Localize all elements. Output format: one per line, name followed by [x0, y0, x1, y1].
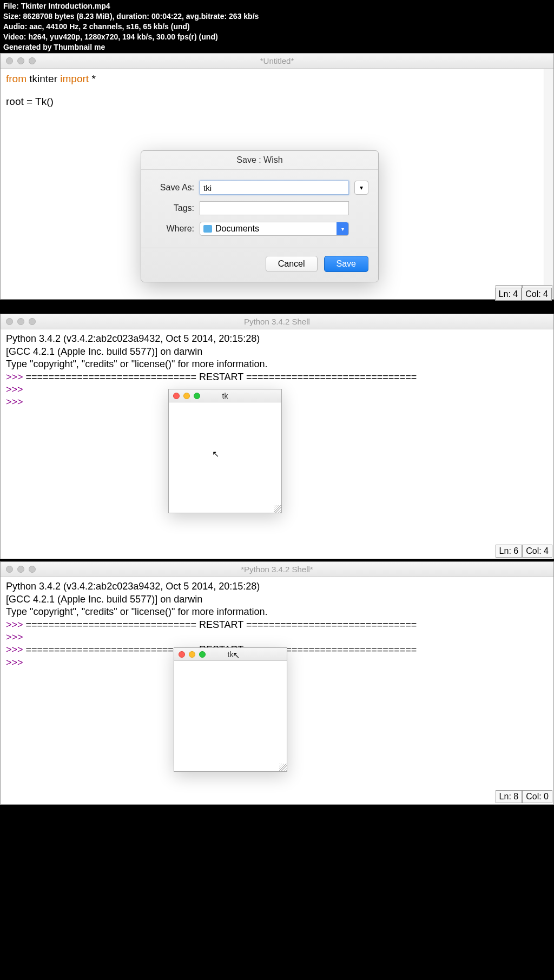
dropdown-arrow-icon: ▾: [337, 222, 348, 235]
tk-titlebar[interactable]: tk: [169, 389, 281, 402]
prompt: >>>: [6, 372, 26, 382]
audio-value: aac, 44100 Hz, 2 channels, s16, 65 kb/s …: [29, 22, 189, 31]
where-value: Documents: [215, 224, 259, 234]
outer-statusbar: Ln: 4 Col: 4: [495, 288, 552, 301]
code-text: *: [89, 73, 96, 84]
size-value: 8628708 bytes (8.23 MiB),: [23, 12, 115, 21]
shell-titlebar[interactable]: *Python 3.4.2 Shell*: [1, 562, 553, 577]
shell-title: *Python 3.4.2 Shell*: [1, 565, 553, 574]
shell-content[interactable]: Python 3.4.2 (v3.4.2:ab2c023a9432, Oct 5…: [1, 577, 553, 804]
prompt: >>>: [6, 384, 23, 395]
tk-title: tk: [174, 650, 287, 659]
outer-status-line: Ln: 4: [495, 288, 522, 301]
editor-titlebar[interactable]: *Untitled*: [1, 54, 553, 69]
duration-value: 00:04:22,: [151, 12, 184, 21]
shell-line: Type "copyright", "credits" or "license(…: [6, 358, 548, 370]
cursor-icon: ↖: [233, 650, 240, 661]
restart-line: ============================== RESTART =…: [26, 372, 417, 382]
save-button[interactable]: Save: [324, 256, 368, 272]
cursor-icon: ↖: [212, 449, 219, 460]
status-line: Ln: 8: [496, 790, 523, 803]
editor-title: *Untitled*: [1, 56, 553, 65]
prompt: >>>: [6, 644, 26, 655]
where-label: Where:: [151, 224, 194, 234]
tags-input[interactable]: [200, 201, 349, 215]
chevron-down-icon: ▾: [360, 184, 363, 191]
shell-line: [GCC 4.2.1 (Apple Inc. build 5577)] on d…: [6, 346, 548, 358]
prompt: >>>: [6, 619, 26, 630]
resize-handle[interactable]: [274, 505, 281, 513]
shell-content[interactable]: Python 3.4.2 (v3.4.2:ab2c023a9432, Oct 5…: [1, 329, 553, 557]
shell-window-1: Python 3.4.2 Shell Python 3.4.2 (v3.4.2:…: [0, 314, 554, 559]
file-value: Tkinter Introduction.mp4: [21, 2, 110, 10]
folder-icon: [203, 225, 212, 233]
status-col: Col: 4: [522, 545, 552, 558]
code-line: root = Tk(): [6, 96, 548, 108]
size-label: Size:: [3, 12, 21, 21]
code-text: tkinter: [27, 73, 60, 84]
video-metadata-header: File: Tkinter Introduction.mp4 Size: 862…: [0, 0, 554, 53]
outer-status-col: Col: 4: [522, 288, 552, 301]
tags-label: Tags:: [151, 203, 194, 213]
expand-button[interactable]: ▾: [354, 181, 368, 195]
avgbitrate-value: 263 kb/s: [229, 12, 259, 21]
prompt: >>>: [6, 632, 23, 643]
generated-label: Generated by Thumbnail me: [3, 43, 105, 51]
keyword-from: from: [6, 73, 27, 84]
shell-statusbar: Ln: 6 Col: 4: [496, 545, 552, 558]
audio-label: Audio:: [3, 22, 27, 31]
saveas-input[interactable]: [200, 181, 349, 195]
status-line: Ln: 6: [496, 545, 523, 558]
shell-line: Type "copyright", "credits" or "license(…: [6, 606, 548, 618]
avgbitrate-label: avg.bitrate:: [186, 12, 227, 21]
resize-handle[interactable]: [279, 764, 287, 771]
keyword-import: import: [60, 73, 89, 84]
status-col: Col: 0: [522, 790, 552, 803]
shell-window-2: *Python 3.4.2 Shell* Python 3.4.2 (v3.4.…: [0, 561, 554, 805]
saveas-label: Save As:: [151, 183, 194, 193]
tk-titlebar[interactable]: tk: [174, 648, 287, 661]
shell-line: [GCC 4.2.1 (Apple Inc. build 5577)] on d…: [6, 593, 548, 606]
shell-line: Python 3.4.2 (v3.4.2:ab2c023a9432, Oct 5…: [6, 580, 548, 593]
tk-title: tk: [169, 391, 281, 401]
video-value: h264, yuv420p, 1280x720, 194 kb/s, 30.00…: [28, 32, 217, 41]
dialog-title: Save : Wish: [141, 151, 378, 170]
file-label: File:: [3, 2, 19, 10]
prompt: >>>: [6, 396, 23, 407]
prompt: >>>: [6, 657, 23, 668]
where-select[interactable]: Documents ▾: [200, 222, 349, 236]
shell-titlebar[interactable]: Python 3.4.2 Shell: [1, 314, 553, 329]
tk-app-window[interactable]: tk ↖: [168, 389, 282, 513]
tk-app-window[interactable]: tk ↖: [174, 647, 287, 772]
shell-line: Python 3.4.2 (v3.4.2:ab2c023a9432, Oct 5…: [6, 333, 548, 345]
cancel-button[interactable]: Cancel: [266, 256, 318, 272]
video-label: Video:: [3, 32, 27, 41]
shell-statusbar: Ln: 8 Col: 0: [496, 790, 552, 803]
restart-line: ============================== RESTART =…: [26, 619, 417, 630]
shell-title: Python 3.4.2 Shell: [1, 317, 553, 326]
save-dialog: Save : Wish Save As: ▾ Tags: Where: Docu…: [141, 150, 379, 282]
duration-label: duration:: [116, 12, 149, 21]
